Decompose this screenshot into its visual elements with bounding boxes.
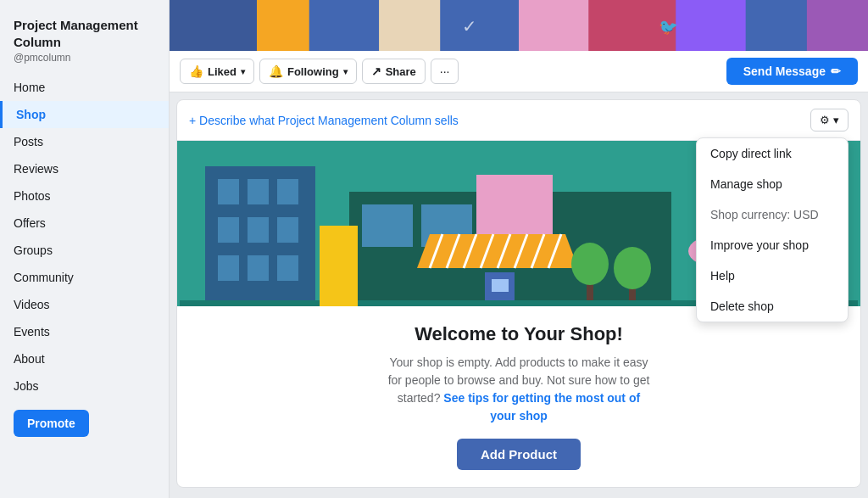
following-button[interactable]: 🔔 Following ▾ xyxy=(259,59,357,84)
settings-dropdown: Copy direct link Manage shop Shop curren… xyxy=(696,137,849,322)
svg-rect-7 xyxy=(676,0,745,51)
sidebar-item-home[interactable]: Home xyxy=(0,74,169,101)
sidebar-item-groups[interactable]: Groups xyxy=(0,237,169,264)
svg-rect-0 xyxy=(170,0,257,51)
svg-rect-2 xyxy=(309,0,379,51)
svg-text:✓: ✓ xyxy=(462,17,476,36)
sidebar-item-community[interactable]: Community xyxy=(0,264,169,291)
sidebar-item-shop[interactable]: Shop xyxy=(0,101,169,128)
svg-rect-15 xyxy=(248,179,269,204)
svg-rect-37 xyxy=(492,279,509,292)
dropdown-help[interactable]: Help xyxy=(697,260,848,291)
svg-text:🐦: 🐦 xyxy=(659,18,678,36)
cover-svg: ✓ 🐦 xyxy=(170,0,868,51)
action-bar: 👍 Liked ▾ 🔔 Following ▾ ↗ Share ··· Send… xyxy=(170,51,868,92)
svg-rect-4 xyxy=(440,0,519,51)
dropdown-delete-shop[interactable]: Delete shop xyxy=(697,291,848,322)
bell-icon: 🔔 xyxy=(269,64,283,78)
sidebar-item-posts[interactable]: Posts xyxy=(0,128,169,155)
send-message-button[interactable]: Send Message ✏ xyxy=(726,58,858,85)
svg-point-41 xyxy=(614,247,651,289)
dropdown-shop-currency: Shop currency: USD xyxy=(697,199,848,230)
svg-rect-1 xyxy=(257,0,309,51)
describe-bar: + Describe what Project Management Colum… xyxy=(177,100,860,141)
svg-point-39 xyxy=(571,243,609,285)
dropdown-improve-shop[interactable]: Improve your shop xyxy=(697,230,848,260)
svg-rect-19 xyxy=(277,217,298,243)
share-button[interactable]: ↗ Share xyxy=(362,59,426,84)
svg-rect-20 xyxy=(218,255,239,281)
main-content: ✓ 🐦 👍 Liked ▾ 🔔 Following ▾ ↗ Share ··· xyxy=(170,0,868,498)
share-icon: ↗ xyxy=(371,64,381,78)
svg-rect-21 xyxy=(248,255,269,281)
sidebar-item-offers[interactable]: Offers xyxy=(0,210,169,237)
svg-rect-16 xyxy=(277,179,298,204)
sidebar-item-about[interactable]: About xyxy=(0,345,169,372)
sidebar-item-jobs[interactable]: Jobs xyxy=(0,372,169,400)
settings-chevron-icon: ▾ xyxy=(833,114,839,126)
sidebar-item-videos[interactable]: Videos xyxy=(0,291,169,318)
sidebar-item-reviews[interactable]: Reviews xyxy=(0,155,169,182)
dropdown-manage-shop[interactable]: Manage shop xyxy=(697,169,848,199)
liked-chevron-icon: ▾ xyxy=(241,67,245,76)
promote-section: Promote xyxy=(14,410,155,437)
following-label: Following xyxy=(287,65,339,78)
welcome-description: Your shop is empty. Add products to make… xyxy=(383,354,654,425)
svg-rect-8 xyxy=(746,0,807,51)
brand-handle: @pmcolumn xyxy=(14,52,155,64)
dropdown-copy-link[interactable]: Copy direct link xyxy=(697,138,848,169)
svg-rect-22 xyxy=(277,255,298,281)
brand-name: Project Management Column xyxy=(14,17,155,50)
svg-rect-26 xyxy=(476,175,553,234)
svg-rect-17 xyxy=(218,217,239,243)
liked-label: Liked xyxy=(208,65,236,78)
sidebar-item-photos[interactable]: Photos xyxy=(0,182,169,210)
more-options-button[interactable]: ··· xyxy=(431,59,459,84)
svg-rect-3 xyxy=(379,0,440,51)
share-label: Share xyxy=(386,65,416,78)
shop-content: + Describe what Project Management Colum… xyxy=(176,99,861,488)
sidebar-item-events[interactable]: Events xyxy=(0,318,169,345)
pencil-icon: ✏ xyxy=(831,64,841,78)
cover-image: ✓ 🐦 xyxy=(170,0,868,51)
welcome-title: Welcome to Your Shop! xyxy=(191,323,847,345)
settings-button[interactable]: ⚙ ▾ xyxy=(810,109,849,131)
tips-link[interactable]: See tips for getting the most out of you… xyxy=(443,391,640,422)
promote-button[interactable]: Promote xyxy=(14,410,89,437)
svg-rect-5 xyxy=(519,0,588,51)
thumbs-up-icon: 👍 xyxy=(189,64,203,78)
svg-rect-14 xyxy=(218,179,239,204)
send-message-label: Send Message xyxy=(743,64,826,78)
add-product-button[interactable]: Add Product xyxy=(457,439,581,470)
svg-rect-18 xyxy=(248,217,269,243)
sidebar: Project Management Column @pmcolumn Home… xyxy=(0,0,170,498)
sidebar-navigation: Home Shop Posts Reviews Photos Offers Gr… xyxy=(0,74,169,400)
describe-link[interactable]: + Describe what Project Management Colum… xyxy=(189,114,459,127)
svg-rect-55 xyxy=(320,226,358,306)
settings-container: ⚙ ▾ Copy direct link Manage shop Shop cu… xyxy=(810,109,849,131)
cover-area: ✓ 🐦 👍 Liked ▾ 🔔 Following ▾ ↗ Share ··· xyxy=(170,0,868,92)
svg-rect-9 xyxy=(807,0,868,51)
following-chevron-icon: ▾ xyxy=(343,67,348,76)
gear-icon: ⚙ xyxy=(820,114,830,126)
svg-rect-24 xyxy=(362,204,413,247)
sidebar-brand: Project Management Column @pmcolumn xyxy=(0,14,169,74)
welcome-section: Welcome to Your Shop! Your shop is empty… xyxy=(177,306,860,487)
liked-button[interactable]: 👍 Liked ▾ xyxy=(180,59,254,84)
